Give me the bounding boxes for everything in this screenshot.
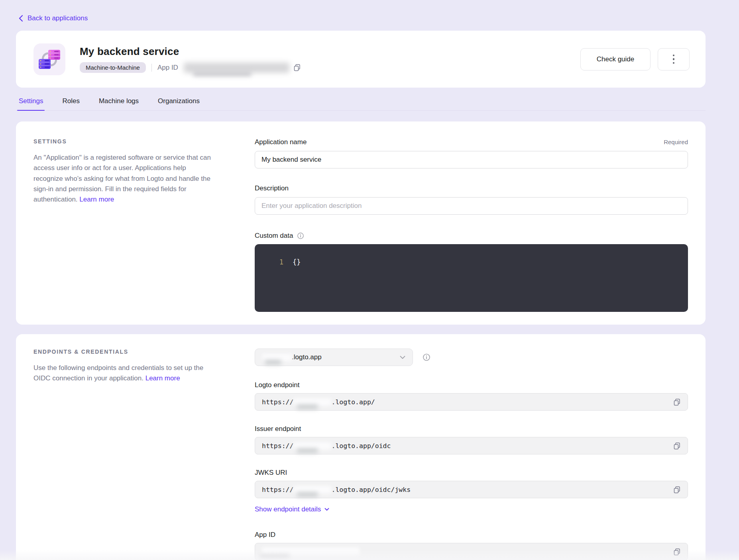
check-guide-button[interactable]: Check guide xyxy=(580,48,651,70)
application-details-page: Back to applications xyxy=(0,0,739,560)
settings-card-form-column: Application name Required Description Cu… xyxy=(255,138,688,312)
application-name-label-row: Application name Required xyxy=(255,138,688,146)
app-id-field-label: App ID xyxy=(255,531,688,539)
description-input[interactable] xyxy=(255,197,688,215)
endpoints-section-heading: ENDPOINTS & CREDENTIALS xyxy=(33,349,217,355)
endpoints-card-description-column: ENDPOINTS & CREDENTIALS Use the followin… xyxy=(33,349,217,560)
app-header-info: My backend service Machine-to-Machine Ap… xyxy=(80,45,301,73)
copy-jwks-uri-button[interactable] xyxy=(673,486,681,493)
app-id-group: App ID xyxy=(255,531,688,560)
issuer-endpoint-group: Issuer endpoint https://.logto.app/oidc xyxy=(255,425,688,454)
back-to-applications-link[interactable]: Back to applications xyxy=(19,14,88,22)
app-id-label: App ID xyxy=(157,64,178,72)
show-endpoint-details-link[interactable]: Show endpoint details xyxy=(255,505,329,513)
tab-organizations[interactable]: Organizations xyxy=(158,97,200,110)
tab-machine-logs[interactable]: Machine logs xyxy=(99,97,139,110)
editor-content: {} xyxy=(293,258,301,312)
back-link-label: Back to applications xyxy=(28,14,88,22)
logto-endpoint-group: Logto endpoint https://.logto.app/ xyxy=(255,381,688,411)
tabbar: Settings Roles Machine logs Organization… xyxy=(16,97,706,111)
redacted-tenant xyxy=(293,398,331,406)
custom-data-group: Custom data 1 {} xyxy=(255,232,688,312)
description-label: Description xyxy=(255,184,289,192)
info-icon[interactable] xyxy=(297,232,304,239)
back-row: Back to applications xyxy=(0,0,739,23)
custom-data-editor[interactable]: 1 {} xyxy=(255,244,688,312)
machine-to-machine-app-icon xyxy=(33,43,65,75)
jwks-uri-label: JWKS URI xyxy=(255,469,688,477)
info-icon[interactable] xyxy=(423,353,430,361)
domain-redacted-tenant xyxy=(262,354,292,361)
app-type-badge: Machine-to-Machine xyxy=(80,62,146,73)
header-actions: Check guide xyxy=(580,48,690,70)
endpoints-learn-more-link[interactable]: Learn more xyxy=(145,374,180,382)
editor-line-number: 1 xyxy=(255,258,283,312)
domain-select-value: .logto.app xyxy=(292,353,322,361)
copy-issuer-endpoint-button[interactable] xyxy=(673,442,681,450)
copy-app-id-button[interactable] xyxy=(293,64,301,71)
app-id-redacted-value xyxy=(184,63,289,73)
app-id-field xyxy=(255,543,688,560)
app-header-card: My backend service Machine-to-Machine Ap… xyxy=(16,31,706,88)
redacted-tenant xyxy=(293,442,331,450)
redacted-tenant xyxy=(293,486,331,493)
settings-section-description: An "Application" is a registered softwar… xyxy=(33,153,217,205)
meta-divider xyxy=(151,64,152,72)
app-meta-row: Machine-to-Machine App ID xyxy=(80,62,301,73)
custom-data-label: Custom data xyxy=(255,232,293,240)
settings-card: SETTINGS An "Application" is a registere… xyxy=(16,121,706,325)
tab-settings[interactable]: Settings xyxy=(19,97,43,110)
issuer-endpoint-field: https://.logto.app/oidc xyxy=(255,437,688,454)
domain-row: .logto.app xyxy=(255,349,688,366)
application-name-label: Application name xyxy=(255,138,307,146)
app-title: My backend service xyxy=(80,45,301,58)
settings-learn-more-link[interactable]: Learn more xyxy=(79,196,114,203)
more-actions-button[interactable] xyxy=(658,48,690,70)
redacted-app-id xyxy=(262,547,360,556)
copy-logto-endpoint-button[interactable] xyxy=(673,398,681,406)
jwks-uri-group: JWKS URI https://.logto.app/oidc/jwks xyxy=(255,469,688,498)
endpoints-section-description: Use the following endpoints and credenti… xyxy=(33,363,217,384)
issuer-endpoint-label: Issuer endpoint xyxy=(255,425,688,433)
jwks-uri-field: https://.logto.app/oidc/jwks xyxy=(255,481,688,498)
chevron-down-icon xyxy=(400,356,405,359)
chevron-left-icon xyxy=(19,15,23,22)
copy-app-id-field-button[interactable] xyxy=(673,548,681,556)
settings-card-description-column: SETTINGS An "Application" is a registere… xyxy=(33,138,217,312)
logto-endpoint-label: Logto endpoint xyxy=(255,381,688,389)
description-group: Description xyxy=(255,184,688,215)
domain-select[interactable]: .logto.app xyxy=(255,349,413,366)
logto-endpoint-field: https://.logto.app/ xyxy=(255,393,688,411)
tab-roles[interactable]: Roles xyxy=(62,97,79,110)
endpoints-card-form-column: .logto.app Logto endpoint https://.logto… xyxy=(255,349,688,560)
application-name-input[interactable] xyxy=(255,151,688,168)
settings-section-heading: SETTINGS xyxy=(33,138,217,145)
required-hint: Required xyxy=(664,139,688,145)
chevron-down-icon xyxy=(324,508,329,511)
endpoints-card: ENDPOINTS & CREDENTIALS Use the followin… xyxy=(16,334,706,560)
kebab-icon xyxy=(673,55,675,64)
